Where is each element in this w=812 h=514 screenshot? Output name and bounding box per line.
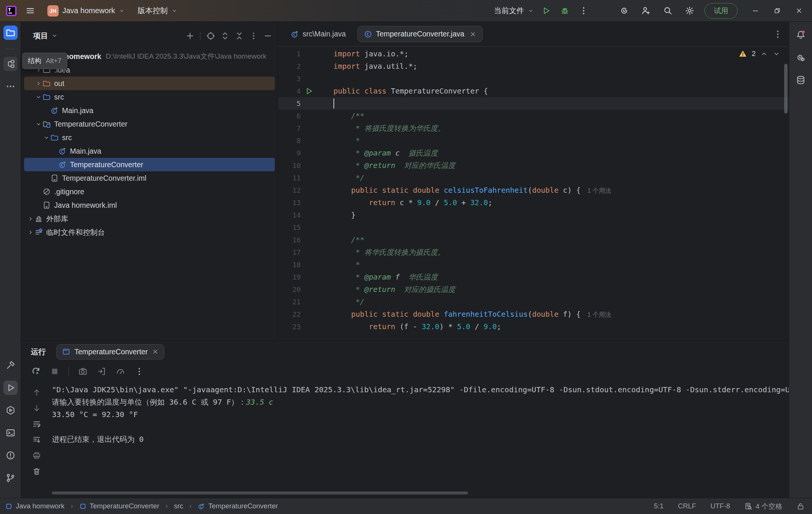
tree-item-12[interactable]: 外部库 <box>24 212 275 225</box>
close-window-button[interactable] <box>788 0 810 21</box>
tool-window-notifications-button[interactable] <box>794 28 808 42</box>
editor-scrollbar[interactable] <box>784 64 788 113</box>
tool-window-more-tool-windows-button[interactable] <box>3 79 18 94</box>
tree-item-13[interactable]: 临时文件和控制台 <box>24 225 275 239</box>
vcs-widget-button[interactable]: 版本控制 <box>134 3 181 19</box>
add-button[interactable] <box>183 29 196 42</box>
breadcrumb-temperatureconverter[interactable]: TemperatureConverter <box>79 502 159 510</box>
code-line-20[interactable]: 20 * @return 对应的摄氏温度 <box>278 283 789 296</box>
inspections-widget[interactable]: 2 <box>739 50 780 58</box>
code-with-me-button[interactable] <box>638 3 654 19</box>
breadcrumb-temperatureconverter[interactable]: CTemperatureConverter <box>198 502 278 510</box>
capture-memory-snapshot-button[interactable] <box>77 366 88 377</box>
console-hscrollbar[interactable] <box>52 491 468 494</box>
tool-window-run-button[interactable] <box>3 381 18 395</box>
expand-all-button[interactable] <box>218 29 231 42</box>
hide-tool-window-button[interactable] <box>261 29 274 42</box>
tree-chevron[interactable] <box>34 120 42 128</box>
minimize-window-button[interactable] <box>744 0 766 21</box>
profiler-button[interactable] <box>115 366 126 377</box>
code-line-12[interactable]: 12 public static double celsiusToFahrenh… <box>278 184 789 197</box>
file-encoding[interactable]: UTF-8 <box>710 502 730 510</box>
ai-assistant-button[interactable] <box>616 3 632 19</box>
code-line-14[interactable]: 14 } <box>278 209 789 221</box>
tree-item-out[interactable]: out <box>24 77 275 90</box>
breadcrumb-src[interactable]: src <box>174 502 183 510</box>
settings-button[interactable] <box>681 3 698 19</box>
editor-tab-options-icon[interactable] <box>773 29 783 39</box>
tool-window-project-button[interactable] <box>3 26 18 40</box>
code-line-8[interactable]: 8 * <box>278 135 789 147</box>
clear-all-button[interactable] <box>32 466 41 476</box>
tree-item-src[interactable]: src <box>24 131 275 144</box>
tree-item-temperatureconverter[interactable]: C TemperatureConverter <box>24 158 275 171</box>
main-menu-button[interactable] <box>22 3 38 19</box>
close-icon[interactable] <box>470 31 476 38</box>
search-everywhere-button[interactable] <box>659 3 676 19</box>
tool-window-version-control-button[interactable] <box>3 471 18 485</box>
run-button[interactable] <box>538 3 554 19</box>
editor-tab-src-main-java[interactable]: Csrc\Main.java <box>284 26 352 42</box>
code-line-13[interactable]: 13 return c * 9.0 / 5.0 + 32.0; <box>278 197 789 209</box>
scroll-to-end-button[interactable] <box>32 435 41 444</box>
scroll-up-button[interactable] <box>32 387 41 397</box>
select-opened-file-button[interactable] <box>204 29 217 42</box>
code-line-4[interactable]: 4 public class TemperatureConverter { <box>278 85 789 97</box>
tree-chevron[interactable] <box>34 93 42 101</box>
tree-item-temperatureconverter-iml[interactable]: TemperatureConverter.iml <box>24 171 275 185</box>
code-line-5[interactable]: 5 <box>278 97 789 110</box>
tree-item-temperatureconverter[interactable]: TemperatureConverter <box>24 117 275 131</box>
tool-window-problems-button[interactable] <box>3 448 18 463</box>
soft-wrap-button[interactable] <box>32 419 41 429</box>
project-view-selector[interactable]: 项目 <box>31 30 60 41</box>
tree-item-src[interactable]: src <box>24 90 275 104</box>
code-line-18[interactable]: 18 * <box>278 259 789 271</box>
code-line-11[interactable]: 11 */ <box>278 172 789 184</box>
restore-window-button[interactable] <box>766 0 788 21</box>
code-line-3[interactable]: 3 <box>278 73 789 85</box>
stop-button[interactable] <box>49 366 60 377</box>
close-icon[interactable] <box>152 348 159 355</box>
file-lock-toggle[interactable] <box>797 502 804 510</box>
prev-problem-icon[interactable] <box>760 50 768 58</box>
code-line-21[interactable]: 21 */ <box>278 296 789 308</box>
tree-chevron[interactable] <box>26 215 35 223</box>
caret-position[interactable]: 5:1 <box>654 502 664 510</box>
tool-window-build-button[interactable] <box>3 358 18 372</box>
code-line-22[interactable]: 22 public static double fahrenheitToCels… <box>278 308 789 320</box>
more-run-actions[interactable] <box>575 3 592 19</box>
more-options-button[interactable] <box>133 366 145 377</box>
code-line-7[interactable]: 7 * 将摄氏度转换为华氏度。 <box>278 122 789 135</box>
tool-window-database-button[interactable] <box>794 73 808 87</box>
debug-button[interactable] <box>556 3 573 19</box>
rerun-button[interactable] <box>30 366 41 377</box>
code-line-16[interactable]: 16 /** <box>278 234 789 246</box>
run-configuration-selector[interactable]: 当前文件 <box>490 3 538 19</box>
code-line-19[interactable]: 19 * @param f 华氏温度 <box>278 271 789 283</box>
project-widget-button[interactable]: JH Java homework <box>44 2 129 20</box>
indent-setting[interactable]: 4 个空格 <box>744 502 782 511</box>
code-line-23[interactable]: 23 return (f - 32.0) * 5.0 / 9.0; <box>278 320 789 333</box>
tree-item-gitignore[interactable]: .gitignore <box>24 185 275 198</box>
code-line-2[interactable]: 2 import java.util.*; <box>278 60 789 73</box>
line-separator[interactable]: CRLF <box>678 502 696 510</box>
code-line-9[interactable]: 9 * @param c 摄氏温度 <box>278 147 789 159</box>
tool-window-structure-button[interactable] <box>3 57 18 71</box>
run-configuration-tab[interactable]: TemperatureConverter <box>56 344 164 360</box>
tree-item-main-java[interactable]: C Main.java <box>24 104 275 117</box>
trial-badge-button[interactable]: 试用 <box>704 3 738 19</box>
tree-item-main-java[interactable]: C Main.java <box>24 144 275 158</box>
next-problem-icon[interactable] <box>773 50 780 58</box>
code-line-6[interactable]: 6 /** <box>278 110 789 122</box>
console-output[interactable]: "D:\Java JDK25\bin\java.exe" "-javaagent… <box>52 380 789 493</box>
code-line-1[interactable]: 1 import java.io.*; <box>278 48 789 60</box>
code-line-17[interactable]: 17 * 将华氏度转换为摄氏度。 <box>278 246 789 259</box>
tree-chevron[interactable] <box>42 133 50 142</box>
code-line-15[interactable]: 15 <box>278 221 789 234</box>
breadcrumb-java-homework[interactable]: Java homework <box>5 502 65 510</box>
tool-window-terminal-button[interactable] <box>3 426 18 440</box>
tree-item-java-homework-iml[interactable]: Java homework.iml <box>24 198 275 212</box>
tool-window-options-button[interactable] <box>247 29 260 42</box>
tree-chevron[interactable] <box>34 79 42 88</box>
tool-window-ai-assistant-tool-button[interactable] <box>794 50 808 65</box>
